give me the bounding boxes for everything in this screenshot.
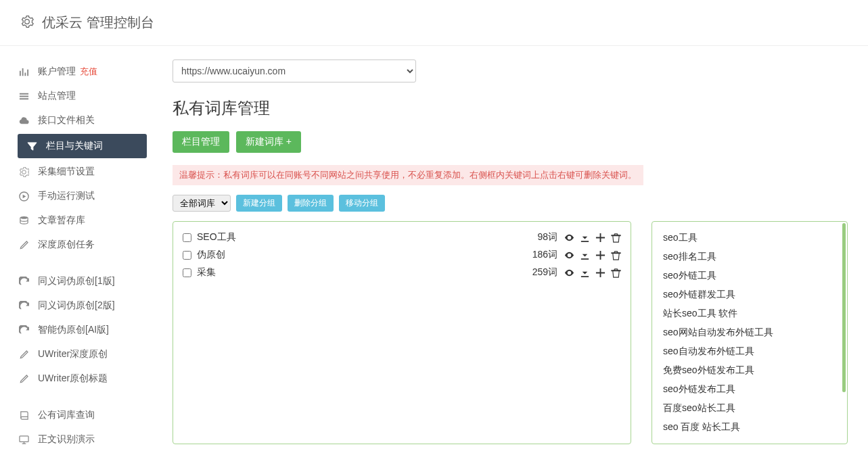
keyword-item[interactable]: 百度seo站长工具 xyxy=(662,399,838,418)
wordlib-checkbox[interactable] xyxy=(183,251,191,260)
download-icon[interactable] xyxy=(580,268,590,278)
sidebar-item-main-2[interactable]: 接口文件相关 xyxy=(5,108,152,133)
keyword-item[interactable]: seo外链工具 xyxy=(662,266,838,285)
plus-icon[interactable] xyxy=(595,250,606,260)
plus-icon[interactable] xyxy=(595,268,606,278)
wordlib-row: 采集259词 xyxy=(183,264,621,281)
sidebar-item-label: 同义词伪原创[2版] xyxy=(38,300,115,312)
sidebar-item-label: 手动运行测试 xyxy=(38,190,95,202)
keyword-item[interactable]: seo网站自动发布外链工具 xyxy=(662,323,838,342)
keyword-item[interactable]: 站长seo工具 软件 xyxy=(662,304,838,323)
sidebar-item-extra-0[interactable]: 公有词库查询 xyxy=(5,403,152,427)
sidebar-item-tools-4[interactable]: UWriter原创标题 xyxy=(5,366,152,391)
gear-icon xyxy=(20,15,34,30)
keyword-item[interactable]: seo外链发布工具 xyxy=(662,380,838,399)
sidebar-item-label: 智能伪原创[AI版] xyxy=(38,324,109,336)
column-manage-button[interactable]: 栏目管理 xyxy=(173,131,229,153)
refresh-icon xyxy=(18,325,30,335)
list-icon xyxy=(18,91,30,101)
new-wordlib-button[interactable]: 新建词库 + xyxy=(236,131,301,153)
keyword-item[interactable]: 免费seo外链发布工具 xyxy=(662,361,838,380)
keyword-item[interactable]: seo排名工具 xyxy=(662,247,838,266)
sidebar-item-main-0[interactable]: 账户管理充值 xyxy=(5,60,152,84)
sidebar-item-label: UWriter深度原创 xyxy=(38,348,108,360)
view-icon[interactable] xyxy=(564,233,574,243)
sidebar-item-main-4[interactable]: 采集细节设置 xyxy=(5,160,152,184)
sidebar-item-label: 账户管理 xyxy=(38,66,76,78)
sidebar-item-label: 文章暂存库 xyxy=(38,214,85,227)
new-group-button[interactable]: 新建分组 xyxy=(236,195,282,212)
keyword-item[interactable]: seo自动发布外链工具 xyxy=(662,342,838,361)
sidebar-item-main-7[interactable]: 深度原创任务 xyxy=(5,233,152,257)
plus-icon[interactable] xyxy=(595,233,606,243)
download-icon[interactable] xyxy=(580,250,590,260)
sidebar-item-label: 采集细节设置 xyxy=(38,166,95,178)
edit-icon xyxy=(18,240,30,250)
sidebar-item-tools-0[interactable]: 同义词伪原创[1版] xyxy=(5,269,152,293)
edit-icon xyxy=(18,374,30,384)
sidebar-item-label: 同义词伪原创[1版] xyxy=(38,275,115,287)
filter-icon xyxy=(26,141,38,151)
keyword-item[interactable]: seo 百度 站长工具 xyxy=(662,418,838,437)
wordlib-name: SEO工具 xyxy=(197,231,537,243)
sidebar-item-label: 栏目与关键词 xyxy=(46,140,103,152)
view-icon[interactable] xyxy=(564,268,574,278)
wordlib-name: 伪原创 xyxy=(197,249,532,261)
wordlib-panel: SEO工具98词伪原创186词采集259词 xyxy=(173,221,631,444)
keyword-item[interactable]: seo外链群发工具 xyxy=(662,285,838,304)
wordlib-checkbox[interactable] xyxy=(183,268,191,277)
page-title: 私有词库管理 xyxy=(173,97,848,119)
trash-icon[interactable] xyxy=(611,250,621,260)
group-select[interactable]: 全部词库 xyxy=(173,195,231,212)
sidebar-item-tools-2[interactable]: 智能伪原创[AI版] xyxy=(5,318,152,342)
wordlib-row: 伪原创186词 xyxy=(183,246,621,264)
sidebar-item-label: UWriter原创标题 xyxy=(38,373,108,385)
download-icon[interactable] xyxy=(580,233,590,243)
main-content: https://www.ucaiyun.com 私有词库管理 栏目管理 新建词库… xyxy=(152,60,868,451)
sidebar-item-label: 站点管理 xyxy=(38,90,76,102)
wordlib-checkbox[interactable] xyxy=(183,233,191,242)
delete-group-button[interactable]: 删除分组 xyxy=(288,195,334,212)
gears-icon xyxy=(18,167,30,177)
sidebar: 账户管理充值站点管理接口文件相关栏目与关键词采集细节设置手动运行测试文章暂存库深… xyxy=(0,60,152,451)
sidebar-item-label: 接口文件相关 xyxy=(38,114,95,126)
sidebar-item-tools-3[interactable]: UWriter深度原创 xyxy=(5,342,152,366)
wordlib-count: 98词 xyxy=(537,231,557,243)
sidebar-item-main-3[interactable]: 栏目与关键词 xyxy=(18,134,147,158)
wordlib-row: SEO工具98词 xyxy=(183,229,621,246)
sidebar-item-extra-1[interactable]: 正文识别演示 xyxy=(5,427,152,451)
trash-icon[interactable] xyxy=(611,233,621,243)
sidebar-badge: 充值 xyxy=(80,66,97,78)
play-icon xyxy=(18,191,30,201)
book-icon xyxy=(18,410,30,421)
refresh-icon xyxy=(18,301,30,311)
bar-chart-icon xyxy=(18,67,30,77)
trash-icon[interactable] xyxy=(611,268,621,278)
database-icon xyxy=(18,216,30,226)
sidebar-item-main-1[interactable]: 站点管理 xyxy=(5,84,152,108)
keyword-item[interactable]: seo工具 xyxy=(662,229,838,247)
view-icon[interactable] xyxy=(564,250,574,260)
sidebar-item-main-5[interactable]: 手动运行测试 xyxy=(5,184,152,208)
sidebar-item-main-6[interactable]: 文章暂存库 xyxy=(5,208,152,233)
site-select[interactable]: https://www.ucaiyun.com xyxy=(173,60,416,82)
wordlib-count: 259词 xyxy=(532,266,557,279)
cloud-icon xyxy=(18,116,30,126)
sidebar-item-label: 正文识别演示 xyxy=(38,433,95,446)
hint-text: 温馨提示：私有词库可以在同账号不同网站之间共享使用，不必重复添加。右侧框内关键词… xyxy=(173,165,643,185)
header: 优采云 管理控制台 xyxy=(0,0,868,46)
wordlib-name: 采集 xyxy=(197,266,532,279)
sidebar-item-tools-1[interactable]: 同义词伪原创[2版] xyxy=(5,293,152,318)
keyword-panel: seo工具seo排名工具seo外链工具seo外链群发工具站长seo工具 软件se… xyxy=(652,221,848,444)
sidebar-item-label: 公有词库查询 xyxy=(38,409,95,421)
move-group-button[interactable]: 移动分组 xyxy=(339,195,385,212)
wordlib-count: 186词 xyxy=(532,249,557,261)
edit-icon xyxy=(18,350,30,360)
brand-title: 优采云 管理控制台 xyxy=(42,14,154,32)
monitor-icon xyxy=(18,435,30,445)
refresh-icon xyxy=(18,277,30,287)
sidebar-item-label: 深度原创任务 xyxy=(38,239,95,251)
